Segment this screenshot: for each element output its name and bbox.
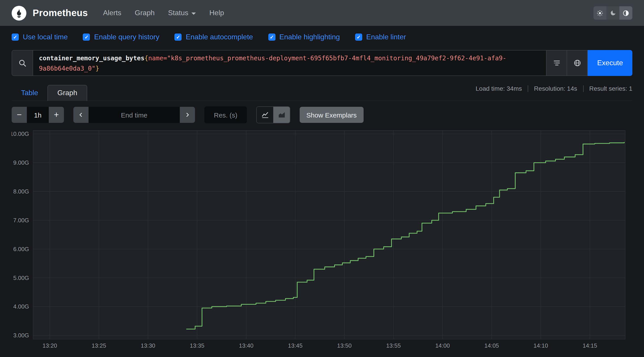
svg-text:13:40: 13:40 (239, 342, 253, 349)
chevron-left-icon (78, 112, 84, 118)
format-expression-button[interactable] (546, 50, 567, 76)
svg-text:13:45: 13:45 (288, 342, 302, 349)
tab-graph[interactable]: Graph (48, 85, 87, 101)
globe-icon (573, 59, 581, 67)
checkbox-enable-highlighting[interactable]: ✓ Enable highlighting (268, 33, 340, 41)
resolution-input[interactable] (204, 106, 247, 123)
format-icon (552, 59, 560, 67)
prometheus-app: Prometheus Alerts Graph Status Help (0, 0, 644, 357)
svg-text:13:20: 13:20 (42, 342, 57, 349)
light-theme-button[interactable] (594, 6, 606, 20)
checkbox-checked-icon: ✓ (83, 33, 90, 41)
shift-time-back-button[interactable] (73, 107, 88, 123)
metrics-explorer-button[interactable] (567, 50, 588, 76)
navbar: Prometheus Alerts Graph Status Help (0, 0, 644, 26)
circle-half-icon (622, 9, 629, 16)
stat-resolution: Resolution: 14s (534, 85, 577, 92)
checkbox-enable-linter[interactable]: ✓ Enable linter (355, 33, 406, 41)
brand-name: Prometheus (33, 7, 88, 18)
increase-range-button[interactable]: + (49, 107, 64, 123)
caret-down-icon (192, 12, 196, 14)
stacked-area-icon (278, 111, 286, 119)
graph-controls: − + (12, 107, 632, 123)
svg-text:14:10: 14:10 (534, 342, 548, 349)
nav-item-help[interactable]: Help (209, 9, 224, 17)
decrease-range-button[interactable]: − (12, 107, 27, 123)
search-icon (18, 59, 26, 67)
query-stats: Load time: 34ms Resolution: 14s Result s… (476, 85, 632, 92)
execute-button[interactable]: Execute (588, 50, 632, 76)
moon-icon (610, 10, 616, 16)
show-exemplars-button[interactable]: Show Exemplars (300, 107, 363, 123)
main-nav: Alerts Graph Status Help (103, 9, 594, 17)
query-metric-name: container_memory_usage_bytes (39, 54, 144, 62)
end-time-input[interactable] (88, 107, 180, 123)
shift-time-forward-button[interactable] (180, 107, 195, 123)
query-expression: container_memory_usage_bytes{name="k8s_p… (33, 50, 507, 74)
svg-text:13:55: 13:55 (386, 342, 401, 349)
nav-item-alerts[interactable]: Alerts (103, 9, 122, 17)
checkbox-enable-query-history[interactable]: ✓ Enable query history (83, 33, 160, 41)
stat-result-series: Result series: 1 (589, 85, 632, 92)
checkbox-checked-icon: ✓ (355, 33, 362, 41)
dark-theme-button[interactable] (606, 6, 620, 20)
svg-text:14:05: 14:05 (484, 342, 499, 349)
svg-text:3.00G: 3.00G (13, 332, 29, 339)
svg-text:13:30: 13:30 (141, 342, 155, 349)
divider (528, 85, 528, 92)
sun-icon (596, 9, 603, 16)
theme-toggle-group (594, 6, 632, 20)
checkbox-enable-autocomplete[interactable]: ✓ Enable autocomplete (175, 33, 253, 41)
svg-text:10.00G: 10.00G (12, 130, 29, 137)
chart-type-toggle (256, 106, 290, 123)
line-chart-icon (261, 111, 269, 119)
tab-table[interactable]: Table (12, 85, 48, 100)
nav-item-graph[interactable]: Graph (135, 9, 155, 17)
svg-text:8.00G: 8.00G (13, 188, 29, 195)
options-row: ✓ Use local time ✓ Enable query history … (0, 26, 644, 44)
svg-text:5.00G: 5.00G (13, 275, 29, 281)
line-chart-toggle-button[interactable] (257, 107, 273, 123)
checkbox-checked-icon: ✓ (12, 33, 19, 41)
prometheus-logo-icon (12, 5, 26, 20)
divider (583, 85, 584, 92)
nav-item-status-dropdown[interactable]: Status (168, 9, 196, 17)
minus-icon: − (17, 110, 22, 120)
plus-icon: + (54, 110, 59, 120)
chevron-right-icon (184, 112, 190, 118)
checkbox-checked-icon: ✓ (268, 33, 275, 41)
svg-text:14:00: 14:00 (435, 342, 450, 349)
auto-theme-button[interactable] (620, 6, 632, 20)
end-time-control-group (73, 107, 195, 123)
tabs-row: Table Graph Load time: 34ms Resolution: … (12, 84, 632, 101)
svg-text:14:15: 14:15 (582, 342, 597, 349)
svg-text:13:25: 13:25 (92, 342, 106, 349)
svg-text:9.00G: 9.00G (13, 159, 29, 166)
stat-load-time: Load time: 34ms (476, 85, 522, 92)
search-icon-box (12, 50, 33, 76)
svg-text:13:35: 13:35 (190, 342, 204, 349)
checkbox-use-local-time[interactable]: ✓ Use local time (12, 33, 68, 41)
brand[interactable]: Prometheus (12, 5, 88, 20)
range-input[interactable] (27, 107, 49, 123)
range-control-group: − + (12, 107, 64, 123)
svg-text:6.00G: 6.00G (13, 246, 29, 252)
memory-usage-chart[interactable]: 3.00G4.00G5.00G6.00G7.00G8.00G9.00G10.00… (12, 127, 632, 354)
query-label-name: name (148, 54, 163, 62)
query-bar: container_memory_usage_bytes{name="k8s_p… (12, 50, 632, 76)
svg-text:13:50: 13:50 (337, 342, 352, 349)
checkbox-checked-icon: ✓ (175, 33, 182, 41)
svg-text:4.00G: 4.00G (13, 303, 29, 310)
svg-text:7.00G: 7.00G (13, 217, 29, 224)
stacked-chart-toggle-button[interactable] (273, 107, 290, 123)
query-input[interactable]: container_memory_usage_bytes{name="k8s_p… (33, 50, 546, 76)
chart-canvas: 3.00G4.00G5.00G6.00G7.00G8.00G9.00G10.00… (12, 127, 632, 353)
